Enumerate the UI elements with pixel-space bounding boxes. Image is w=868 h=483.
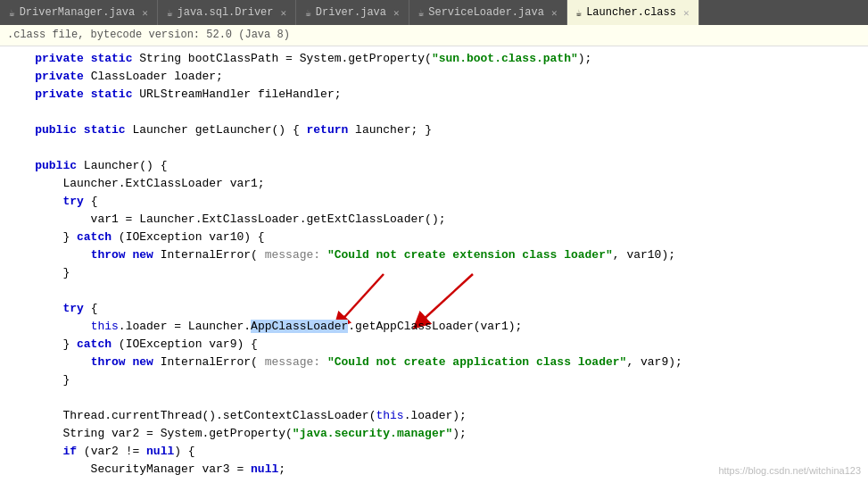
- code-line-17: } catch (IOException var9) {: [0, 337, 868, 355]
- watermark: https://blog.csdn.net/witchina123: [718, 465, 861, 476]
- code-line-4: [0, 105, 868, 123]
- code-line-23-text: if (var2 != null) {: [7, 445, 195, 458]
- code-line-13-text: }: [7, 266, 70, 279]
- tab-label-java-sql-driver: java.sql.Driver: [178, 6, 274, 19]
- tab-close-java-sql-driver[interactable]: ✕: [281, 7, 287, 19]
- code-line-18-text: throw new InternalError( message: "Could…: [7, 355, 682, 369]
- tab-icon-driver-manager: ☕: [9, 7, 15, 19]
- code-line-11-text: } catch (IOException var10) {: [7, 230, 265, 244]
- code-line-18: throw new InternalError( message: "Could…: [0, 355, 868, 373]
- tab-icon-java-sql-driver: ☕: [167, 7, 173, 19]
- code-line-2: private ClassLoader loader;: [0, 70, 868, 87]
- tab-close-launcher-class[interactable]: ✕: [683, 7, 690, 19]
- code-line-13: }: [0, 266, 868, 284]
- code-line-9-text: try {: [7, 195, 97, 208]
- code-line-10: var1 = Launcher.ExtClassLoader.getExtCla…: [0, 212, 868, 230]
- code-line-2-text: private ClassLoader loader;: [7, 70, 223, 83]
- tab-close-driver-manager[interactable]: ✕: [142, 7, 148, 19]
- tab-driver-manager[interactable]: ☕ DriverManager.java ✕: [0, 0, 158, 25]
- code-line-11: } catch (IOException var10) {: [0, 230, 868, 248]
- tab-label-driver: Driver.java: [316, 6, 386, 19]
- code-line-14: [0, 284, 868, 302]
- tab-icon-launcher-class: ☕: [576, 7, 583, 19]
- code-line-5-text: public static Launcher getLauncher() { r…: [7, 123, 432, 137]
- code-line-7-text: public Launcher() {: [7, 159, 167, 172]
- code-line-1: private static String bootClassPath = Sy…: [0, 52, 868, 70]
- code-line-15: try {: [0, 302, 868, 320]
- code-line-1-text: private static String bootClassPath = Sy…: [7, 52, 591, 65]
- code-line-8: Launcher.ExtClassLoader var1;: [0, 177, 868, 195]
- code-line-6: [0, 141, 868, 159]
- code-line-17-text: } catch (IOException var9) {: [7, 337, 258, 351]
- tab-driver[interactable]: ☕ Driver.java ✕: [296, 0, 409, 25]
- code-line-7: public Launcher() {: [0, 159, 868, 177]
- code-line-3: private static URLStreamHandler fileHand…: [0, 87, 868, 105]
- code-area: private static String bootClassPath = Sy…: [0, 46, 868, 483]
- code-line-15-text: try {: [7, 302, 97, 315]
- code-line-19-text: }: [7, 373, 70, 387]
- code-line-8-text: Launcher.ExtClassLoader var1;: [7, 177, 265, 190]
- code-line-12: throw new InternalError( message: "Could…: [0, 248, 868, 266]
- code-line-3-text: private static URLStreamHandler fileHand…: [7, 87, 342, 101]
- tab-label-driver-manager: DriverManager.java: [20, 6, 136, 19]
- tab-java-sql-driver[interactable]: ☕ java.sql.Driver ✕: [158, 0, 296, 25]
- code-line-12-text: throw new InternalError( message: "Could…: [7, 248, 675, 262]
- tab-bar: ☕ DriverManager.java ✕ ☕ java.sql.Driver…: [0, 0, 868, 25]
- code-line-23: if (var2 != null) {: [0, 445, 868, 462]
- code-line-16-text: this.loader = Launcher.AppClassLoader.ge…: [7, 320, 522, 333]
- tab-icon-driver: ☕: [305, 7, 311, 19]
- code-line-22-text: String var2 = System.getProperty("java.s…: [7, 427, 467, 440]
- code-line-16: this.loader = Launcher.AppClassLoader.ge…: [0, 320, 868, 337]
- tab-launcher-class[interactable]: ☕ Launcher.class ✕: [567, 0, 699, 25]
- tab-label-launcher-class: Launcher.class: [586, 6, 676, 19]
- code-line-21: Thread.currentThread().setContextClassLo…: [0, 409, 868, 427]
- code-line-24-text: SecurityManager var3 = null;: [7, 462, 285, 476]
- tab-close-driver[interactable]: ✕: [393, 7, 400, 19]
- info-bar: .class file, bytecode version: 52.0 (Jav…: [0, 25, 868, 46]
- tab-icon-service-loader: ☕: [418, 7, 425, 19]
- tab-close-service-loader[interactable]: ✕: [551, 7, 558, 19]
- code-line-5: public static Launcher getLauncher() { r…: [0, 123, 868, 141]
- code-line-19: }: [0, 373, 868, 391]
- code-line-9: try {: [0, 195, 868, 212]
- code-line-21-text: Thread.currentThread().setContextClassLo…: [7, 409, 467, 422]
- code-line-20: [0, 391, 868, 409]
- tab-service-loader[interactable]: ☕ ServiceLoader.java ✕: [409, 0, 567, 25]
- tab-label-service-loader: ServiceLoader.java: [428, 6, 544, 19]
- info-bar-text: .class file, bytecode version: 52.0 (Jav…: [7, 29, 290, 41]
- code-line-10-text: var1 = Launcher.ExtClassLoader.getExtCla…: [7, 212, 445, 226]
- code-line-22: String var2 = System.getProperty("java.s…: [0, 427, 868, 445]
